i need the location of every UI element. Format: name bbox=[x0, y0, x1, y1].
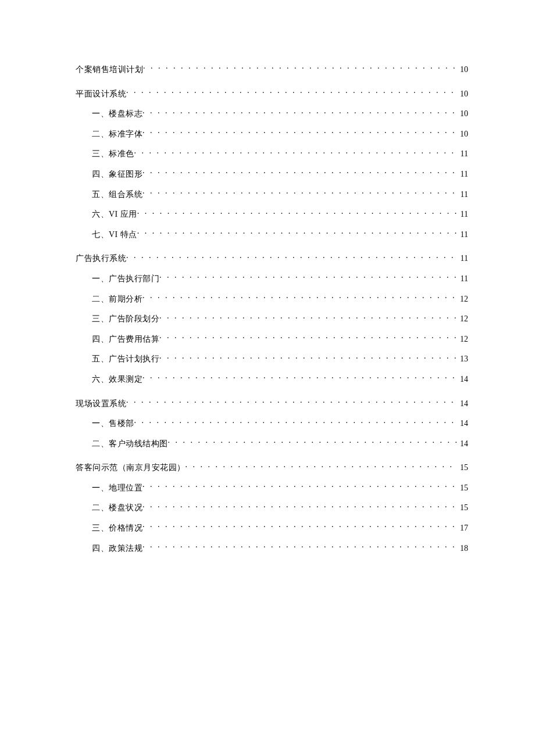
toc-title: 五、组合系统 bbox=[92, 189, 142, 200]
toc-leader-dots bbox=[159, 313, 458, 321]
toc-title: 个案销售培训计划 bbox=[76, 64, 143, 76]
toc-page-number: 13 bbox=[458, 353, 468, 365]
toc-page-number: 10 bbox=[458, 128, 468, 140]
toc-entry: 五、广告计划执行13 bbox=[76, 353, 468, 365]
toc-leader-dots bbox=[126, 253, 458, 261]
table-of-contents: 个案销售培训计划10平面设计系统10一、楼盘标志10二、标准字体10三、标准色1… bbox=[76, 64, 468, 554]
toc-page-number: 14 bbox=[458, 438, 468, 450]
toc-page-number: 14 bbox=[458, 398, 468, 410]
toc-page-number: 14 bbox=[458, 418, 468, 429]
toc-title: 五、广告计划执行 bbox=[92, 353, 159, 365]
toc-title: 二、标准字体 bbox=[92, 128, 142, 140]
toc-leader-dots bbox=[126, 88, 458, 96]
toc-page-number: 10 bbox=[458, 88, 468, 100]
toc-entry: 三、标准色11 bbox=[76, 148, 468, 160]
toc-leader-dots bbox=[142, 189, 458, 197]
toc-title: 答客问示范（南京月安花园） bbox=[76, 462, 186, 474]
toc-title: 平面设计系统 bbox=[76, 88, 126, 100]
toc-leader-dots bbox=[159, 334, 458, 342]
toc-title: 四、广告费用估算 bbox=[92, 334, 159, 345]
toc-entry: 一、地理位置15 bbox=[76, 482, 468, 494]
toc-page-number: 17 bbox=[458, 522, 468, 534]
toc-leader-dots bbox=[142, 482, 458, 490]
toc-leader-dots bbox=[159, 353, 458, 361]
toc-entry: 四、广告费用估算12 bbox=[76, 334, 468, 345]
toc-title: 三、广告阶段划分 bbox=[92, 313, 159, 325]
toc-title: 一、售楼部 bbox=[92, 418, 134, 429]
toc-leader-dots bbox=[137, 209, 458, 217]
toc-leader-dots bbox=[142, 128, 458, 137]
toc-entry: 个案销售培训计划10 bbox=[76, 64, 468, 76]
toc-entry: 六、VI 应用11 bbox=[76, 209, 468, 220]
toc-leader-dots bbox=[142, 293, 458, 302]
toc-entry: 四、象征图形11 bbox=[76, 169, 468, 180]
toc-title: 二、客户动线结构图 bbox=[92, 438, 168, 450]
toc-leader-dots bbox=[137, 229, 458, 237]
toc-page-number: 11 bbox=[458, 209, 468, 220]
toc-page-number: 11 bbox=[458, 169, 468, 180]
toc-leader-dots bbox=[126, 398, 458, 406]
toc-page-number: 15 bbox=[458, 482, 468, 494]
toc-title: 六、VI 应用 bbox=[92, 209, 137, 220]
toc-leader-dots bbox=[143, 64, 458, 72]
toc-entry: 三、价格情况17 bbox=[76, 522, 468, 534]
toc-title: 二、前期分析 bbox=[92, 293, 142, 305]
toc-entry: 三、广告阶段划分12 bbox=[76, 313, 468, 325]
toc-page-number: 11 bbox=[458, 273, 468, 285]
toc-entry: 七、VI 特点11 bbox=[76, 229, 468, 241]
toc-entry: 广告执行系统11 bbox=[76, 253, 468, 264]
toc-entry: 平面设计系统10 bbox=[76, 88, 468, 100]
toc-leader-dots bbox=[142, 169, 458, 177]
toc-entry: 六、效果测定14 bbox=[76, 374, 468, 385]
toc-page-number: 15 bbox=[458, 502, 468, 514]
toc-leader-dots bbox=[168, 438, 458, 446]
toc-leader-dots bbox=[159, 273, 458, 281]
toc-page-number: 10 bbox=[458, 64, 468, 76]
toc-page-number: 14 bbox=[458, 374, 468, 385]
toc-leader-dots bbox=[142, 502, 458, 510]
toc-page-number: 11 bbox=[458, 189, 468, 200]
toc-leader-dots bbox=[142, 522, 458, 531]
toc-title: 三、价格情况 bbox=[92, 522, 142, 534]
toc-page-number: 12 bbox=[458, 293, 468, 305]
toc-title: 一、广告执行部门 bbox=[92, 273, 159, 285]
toc-page-number: 12 bbox=[458, 313, 468, 325]
toc-entry: 答客问示范（南京月安花园）15 bbox=[76, 462, 468, 474]
toc-title: 三、标准色 bbox=[92, 148, 134, 160]
toc-title: 六、效果测定 bbox=[92, 374, 142, 385]
toc-leader-dots bbox=[142, 374, 458, 382]
toc-page-number: 12 bbox=[458, 334, 468, 345]
toc-title: 现场设置系统 bbox=[76, 398, 126, 410]
toc-entry: 二、楼盘状况15 bbox=[76, 502, 468, 514]
toc-title: 七、VI 特点 bbox=[92, 229, 137, 241]
toc-title: 二、楼盘状况 bbox=[92, 502, 142, 514]
toc-page-number: 11 bbox=[458, 229, 468, 241]
toc-leader-dots bbox=[134, 148, 458, 156]
toc-title: 广告执行系统 bbox=[76, 253, 126, 264]
toc-entry: 二、客户动线结构图14 bbox=[76, 438, 468, 450]
toc-leader-dots bbox=[142, 108, 458, 116]
toc-entry: 二、前期分析12 bbox=[76, 293, 468, 305]
toc-title: 四、象征图形 bbox=[92, 169, 142, 180]
toc-entry: 四、政策法规18 bbox=[76, 543, 468, 554]
toc-page-number: 10 bbox=[458, 108, 468, 120]
toc-page-number: 11 bbox=[458, 253, 468, 264]
toc-page-number: 15 bbox=[458, 462, 468, 474]
toc-leader-dots bbox=[186, 462, 458, 470]
toc-leader-dots bbox=[142, 543, 458, 551]
toc-entry: 一、售楼部14 bbox=[76, 418, 468, 429]
toc-entry: 一、广告执行部门11 bbox=[76, 273, 468, 285]
toc-entry: 二、标准字体10 bbox=[76, 128, 468, 140]
toc-entry: 一、楼盘标志10 bbox=[76, 108, 468, 120]
toc-page-number: 18 bbox=[458, 543, 468, 554]
toc-title: 四、政策法规 bbox=[92, 543, 142, 554]
toc-entry: 五、组合系统11 bbox=[76, 189, 468, 200]
toc-entry: 现场设置系统14 bbox=[76, 398, 468, 410]
toc-title: 一、楼盘标志 bbox=[92, 108, 142, 120]
toc-page-number: 11 bbox=[458, 148, 468, 160]
toc-title: 一、地理位置 bbox=[92, 482, 142, 494]
toc-leader-dots bbox=[134, 418, 458, 426]
